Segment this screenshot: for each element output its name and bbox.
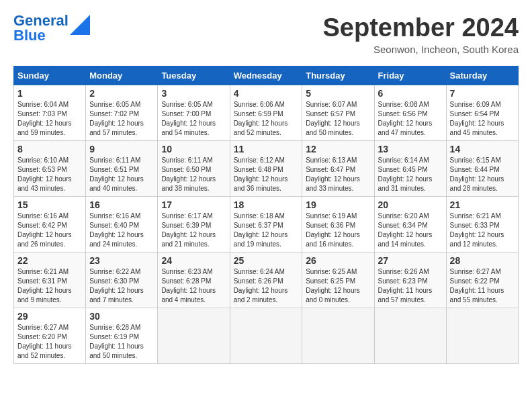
day-number: 20 (378, 199, 443, 210)
svg-marker-0 (70, 15, 90, 35)
day-number: 27 (378, 255, 443, 266)
day-info: Sunrise: 6:26 AM Sunset: 6:23 PM Dayligh… (378, 267, 443, 305)
day-number: 14 (450, 144, 515, 154)
calendar-cell: 14Sunrise: 6:15 AM Sunset: 6:44 PM Dayli… (446, 141, 518, 197)
month-title: September 2024 (323, 13, 519, 42)
day-info: Sunrise: 6:28 AM Sunset: 6:19 PM Dayligh… (89, 323, 154, 361)
calendar-cell: 8Sunrise: 6:10 AM Sunset: 6:53 PM Daylig… (14, 141, 86, 197)
day-number: 28 (450, 255, 515, 266)
calendar-cell (158, 308, 230, 364)
day-info: Sunrise: 6:11 AM Sunset: 6:50 PM Dayligh… (161, 156, 226, 193)
calendar-cell: 10Sunrise: 6:11 AM Sunset: 6:50 PM Dayli… (158, 141, 230, 197)
logo: GeneralBlue (13, 13, 90, 43)
calendar-cell: 24Sunrise: 6:23 AM Sunset: 6:28 PM Dayli… (158, 253, 230, 308)
calendar-cell: 9Sunrise: 6:11 AM Sunset: 6:51 PM Daylig… (86, 141, 158, 197)
day-info: Sunrise: 6:04 AM Sunset: 7:03 PM Dayligh… (17, 100, 82, 138)
day-number: 24 (161, 255, 226, 266)
day-info: Sunrise: 6:09 AM Sunset: 6:54 PM Dayligh… (450, 100, 515, 138)
day-number: 15 (17, 199, 82, 210)
calendar-cell: 12Sunrise: 6:13 AM Sunset: 6:47 PM Dayli… (302, 141, 374, 197)
calendar-table: SundayMondayTuesdayWednesdayThursdayFrid… (13, 66, 519, 364)
day-number: 4 (234, 88, 299, 99)
calendar-cell: 6Sunrise: 6:08 AM Sunset: 6:56 PM Daylig… (374, 85, 446, 141)
calendar-cell: 26Sunrise: 6:25 AM Sunset: 6:25 PM Dayli… (302, 253, 374, 308)
day-number: 16 (89, 199, 154, 210)
day-number: 7 (450, 88, 515, 99)
day-info: Sunrise: 6:21 AM Sunset: 6:33 PM Dayligh… (450, 212, 515, 249)
calendar-cell: 15Sunrise: 6:16 AM Sunset: 6:42 PM Dayli… (14, 197, 86, 253)
calendar-header-row: SundayMondayTuesdayWednesdayThursdayFrid… (14, 66, 519, 85)
column-header-sunday: Sunday (14, 66, 86, 85)
day-info: Sunrise: 6:14 AM Sunset: 6:45 PM Dayligh… (378, 156, 443, 193)
calendar-cell: 7Sunrise: 6:09 AM Sunset: 6:54 PM Daylig… (446, 85, 518, 141)
calendar-cell: 29Sunrise: 6:27 AM Sunset: 6:20 PM Dayli… (14, 308, 86, 364)
day-info: Sunrise: 6:06 AM Sunset: 6:59 PM Dayligh… (234, 100, 299, 138)
calendar-week-row: 22Sunrise: 6:21 AM Sunset: 6:31 PM Dayli… (14, 253, 519, 308)
day-number: 30 (89, 311, 154, 322)
day-info: Sunrise: 6:20 AM Sunset: 6:34 PM Dayligh… (378, 212, 443, 249)
column-header-friday: Friday (374, 66, 446, 85)
calendar-cell: 23Sunrise: 6:22 AM Sunset: 6:30 PM Dayli… (86, 253, 158, 308)
day-info: Sunrise: 6:15 AM Sunset: 6:44 PM Dayligh… (450, 156, 515, 193)
column-header-thursday: Thursday (302, 66, 374, 85)
calendar-cell: 17Sunrise: 6:17 AM Sunset: 6:39 PM Dayli… (158, 197, 230, 253)
day-info: Sunrise: 6:16 AM Sunset: 6:40 PM Dayligh… (89, 212, 154, 249)
day-number: 26 (306, 255, 370, 266)
calendar-cell: 25Sunrise: 6:24 AM Sunset: 6:26 PM Dayli… (230, 253, 302, 308)
calendar-cell: 22Sunrise: 6:21 AM Sunset: 6:31 PM Dayli… (14, 253, 86, 308)
logo-text: GeneralBlue (13, 13, 69, 43)
day-number: 12 (306, 144, 370, 154)
day-number: 1 (17, 88, 82, 99)
day-number: 3 (161, 88, 226, 99)
day-number: 13 (378, 144, 443, 154)
day-number: 17 (161, 199, 226, 210)
calendar-cell: 5Sunrise: 6:07 AM Sunset: 6:57 PM Daylig… (302, 85, 374, 141)
day-number: 6 (378, 88, 443, 99)
day-number: 10 (161, 144, 226, 154)
day-info: Sunrise: 6:16 AM Sunset: 6:42 PM Dayligh… (17, 212, 82, 249)
calendar-cell: 4Sunrise: 6:06 AM Sunset: 6:59 PM Daylig… (230, 85, 302, 141)
location-title: Seonwon, Incheon, South Korea (323, 44, 519, 55)
calendar-cell: 27Sunrise: 6:26 AM Sunset: 6:23 PM Dayli… (374, 253, 446, 308)
day-number: 29 (17, 311, 82, 322)
day-number: 2 (89, 88, 154, 99)
day-number: 18 (234, 199, 299, 210)
calendar-cell: 2Sunrise: 6:05 AM Sunset: 7:02 PM Daylig… (86, 85, 158, 141)
calendar-cell (374, 308, 446, 364)
calendar-cell (446, 308, 518, 364)
column-header-tuesday: Tuesday (158, 66, 230, 85)
day-info: Sunrise: 6:24 AM Sunset: 6:26 PM Dayligh… (234, 267, 299, 305)
calendar-cell: 19Sunrise: 6:19 AM Sunset: 6:36 PM Dayli… (302, 197, 374, 253)
calendar-cell (302, 308, 374, 364)
day-info: Sunrise: 6:17 AM Sunset: 6:39 PM Dayligh… (161, 212, 226, 249)
calendar-cell: 30Sunrise: 6:28 AM Sunset: 6:19 PM Dayli… (86, 308, 158, 364)
calendar-cell (230, 308, 302, 364)
day-number: 19 (306, 199, 370, 210)
calendar-cell: 11Sunrise: 6:12 AM Sunset: 6:48 PM Dayli… (230, 141, 302, 197)
day-info: Sunrise: 6:21 AM Sunset: 6:31 PM Dayligh… (17, 267, 82, 305)
calendar-cell: 20Sunrise: 6:20 AM Sunset: 6:34 PM Dayli… (374, 197, 446, 253)
day-number: 25 (234, 255, 299, 266)
calendar-week-row: 1Sunrise: 6:04 AM Sunset: 7:03 PM Daylig… (14, 85, 519, 141)
calendar-cell: 16Sunrise: 6:16 AM Sunset: 6:40 PM Dayli… (86, 197, 158, 253)
day-number: 5 (306, 88, 370, 99)
day-info: Sunrise: 6:22 AM Sunset: 6:30 PM Dayligh… (89, 267, 154, 305)
title-area: September 2024 Seonwon, Incheon, South K… (323, 13, 519, 55)
day-info: Sunrise: 6:27 AM Sunset: 6:20 PM Dayligh… (17, 323, 82, 361)
day-info: Sunrise: 6:10 AM Sunset: 6:53 PM Dayligh… (17, 156, 82, 193)
day-info: Sunrise: 6:18 AM Sunset: 6:37 PM Dayligh… (234, 212, 299, 249)
calendar-cell: 3Sunrise: 6:05 AM Sunset: 7:00 PM Daylig… (158, 85, 230, 141)
calendar-cell: 28Sunrise: 6:27 AM Sunset: 6:22 PM Dayli… (446, 253, 518, 308)
day-info: Sunrise: 6:13 AM Sunset: 6:47 PM Dayligh… (306, 156, 370, 193)
day-info: Sunrise: 6:12 AM Sunset: 6:48 PM Dayligh… (234, 156, 299, 193)
day-number: 8 (17, 144, 82, 154)
day-number: 9 (89, 144, 154, 154)
column-header-saturday: Saturday (446, 66, 518, 85)
calendar-cell: 18Sunrise: 6:18 AM Sunset: 6:37 PM Dayli… (230, 197, 302, 253)
day-info: Sunrise: 6:07 AM Sunset: 6:57 PM Dayligh… (306, 100, 370, 138)
day-info: Sunrise: 6:08 AM Sunset: 6:56 PM Dayligh… (378, 100, 443, 138)
day-number: 23 (89, 255, 154, 266)
calendar-week-row: 29Sunrise: 6:27 AM Sunset: 6:20 PM Dayli… (14, 308, 519, 364)
column-header-wednesday: Wednesday (230, 66, 302, 85)
calendar-week-row: 8Sunrise: 6:10 AM Sunset: 6:53 PM Daylig… (14, 141, 519, 197)
